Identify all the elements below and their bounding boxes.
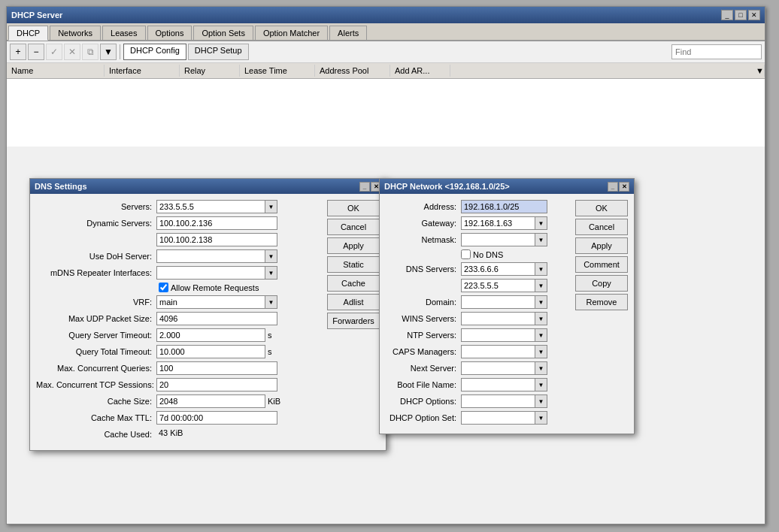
search-input[interactable] <box>671 44 762 59</box>
dynamic-servers-label: Dynamic Servers: <box>36 219 156 228</box>
dns-servers-input2[interactable] <box>461 279 535 292</box>
next-server-input[interactable] <box>461 361 535 375</box>
address-input[interactable] <box>461 200 547 213</box>
cache-used-value: 43 KiB <box>156 428 277 441</box>
cache-max-ttl-input[interactable] <box>156 411 277 425</box>
tab-alerts[interactable]: Alerts <box>329 26 367 40</box>
max-queries-input[interactable] <box>156 361 277 375</box>
ntp-servers-label: NTP Servers: <box>386 331 461 340</box>
max-udp-input[interactable] <box>156 312 277 325</box>
allow-remote-checkbox[interactable] <box>159 283 168 292</box>
dynamic-servers-input2[interactable] <box>156 233 277 246</box>
boot-file-input[interactable] <box>461 378 535 391</box>
remove-button[interactable]: − <box>28 44 44 60</box>
tab-leases[interactable]: Leases <box>102 26 145 40</box>
tab-option-matcher[interactable]: Option Matcher <box>255 26 328 40</box>
vrf-input[interactable] <box>156 295 265 309</box>
dns-servers-dropdown1[interactable]: ▼ <box>535 262 547 276</box>
query-server-timeout-input[interactable] <box>156 328 265 342</box>
wins-servers-row: WINS Servers: ▼ <box>386 312 566 325</box>
address-row: Address: <box>386 200 566 213</box>
mdns-dropdown-btn[interactable]: ▼ <box>265 266 277 280</box>
dns-ok-button[interactable]: OK <box>327 200 380 216</box>
ntp-input[interactable] <box>461 328 535 342</box>
dhcp-close-btn[interactable]: ✕ <box>619 182 629 192</box>
wins-input[interactable] <box>461 312 535 325</box>
cross-button[interactable]: ✕ <box>64 44 80 60</box>
toolbar: + − ✓ ✕ ⧉ ▼ DHCP Config DHCP Setup <box>7 41 765 63</box>
dhcp-comment-button[interactable]: Comment <box>575 256 628 273</box>
tab-networks[interactable]: Networks <box>50 26 101 40</box>
doh-input[interactable] <box>156 249 265 263</box>
maximize-btn[interactable]: □ <box>735 10 747 20</box>
mdns-label: mDNS Repeater Interfaces: <box>36 268 156 277</box>
tab-options[interactable]: Options <box>147 26 192 40</box>
ntp-dropdown-btn[interactable]: ▼ <box>535 328 547 342</box>
close-btn[interactable]: ✕ <box>748 10 760 20</box>
dns-servers-dropdown2[interactable]: ▼ <box>535 279 547 292</box>
dhcp-copy-button[interactable]: Copy <box>575 275 628 292</box>
cache-size-label: Cache Size: <box>36 397 156 406</box>
dns-servers-input1[interactable] <box>461 262 535 276</box>
dhcp-options-row: DHCP Options: ▼ <box>386 394 566 408</box>
domain-input-container: ▼ <box>461 295 547 309</box>
dns-forwarders-button[interactable]: Forwarders <box>327 313 380 329</box>
dhcp-option-set-dropdown-btn[interactable]: ▼ <box>535 411 547 425</box>
dynamic-servers-input1[interactable] <box>156 216 277 230</box>
gateway-label: Gateway: <box>386 219 461 228</box>
dhcp-minimize-btn[interactable]: _ <box>608 182 618 192</box>
dhcp-ok-button[interactable]: OK <box>575 200 628 216</box>
tab-dhcp[interactable]: DHCP <box>8 26 48 41</box>
caps-dropdown-btn[interactable]: ▼ <box>535 345 547 358</box>
vrf-dropdown-btn[interactable]: ▼ <box>265 295 277 309</box>
next-server-input-container: ▼ <box>461 361 547 375</box>
caps-input[interactable] <box>461 345 535 358</box>
check-button[interactable]: ✓ <box>46 44 62 60</box>
dhcp-cancel-button[interactable]: Cancel <box>575 219 628 235</box>
netmask-dropdown-btn[interactable]: ▼ <box>535 233 547 246</box>
dhcp-apply-button[interactable]: Apply <box>575 237 628 254</box>
doh-dropdown-btn[interactable]: ▼ <box>265 249 277 263</box>
dns-servers-row2: ▼ <box>386 279 566 292</box>
caps-input-container: ▼ <box>461 345 547 358</box>
next-server-dropdown-btn[interactable]: ▼ <box>535 361 547 375</box>
dhcp-remove-button[interactable]: Remove <box>575 294 628 310</box>
netmask-input[interactable] <box>461 233 535 246</box>
dhcp-config-button[interactable]: DHCP Config <box>123 44 186 60</box>
tab-option-sets[interactable]: Option Sets <box>193 26 253 40</box>
wins-dropdown-btn[interactable]: ▼ <box>535 312 547 325</box>
query-server-timeout-label: Query Server Timeout: <box>36 331 156 340</box>
max-tcp-input[interactable] <box>156 378 277 391</box>
dns-cancel-button[interactable]: Cancel <box>327 219 380 235</box>
col-interface: Interface <box>105 65 180 77</box>
domain-row: Domain: ▼ <box>386 295 566 309</box>
cache-size-input[interactable] <box>156 394 265 408</box>
dns-minimize-btn[interactable]: _ <box>359 182 370 192</box>
dns-static-button[interactable]: Static <box>327 256 380 273</box>
query-total-timeout-unit: s <box>268 347 272 356</box>
gateway-dropdown-btn[interactable]: ▼ <box>535 216 547 230</box>
copy-button[interactable]: ⧉ <box>82 44 99 60</box>
filter-button[interactable]: ▼ <box>100 44 117 60</box>
minimize-btn[interactable]: _ <box>721 10 733 20</box>
servers-label: Servers: <box>36 202 156 211</box>
dns-apply-button[interactable]: Apply <box>327 237 380 254</box>
query-total-timeout-input[interactable] <box>156 345 265 358</box>
dns-adlist-button[interactable]: Adlist <box>327 294 380 310</box>
domain-dropdown-btn[interactable]: ▼ <box>535 295 547 309</box>
domain-input[interactable] <box>461 295 535 309</box>
no-dns-checkbox[interactable] <box>461 249 471 259</box>
mdns-input[interactable] <box>156 266 265 280</box>
dns-cache-button[interactable]: Cache <box>327 275 380 292</box>
servers-input[interactable] <box>156 200 265 213</box>
dhcp-setup-button[interactable]: DHCP Setup <box>188 44 249 60</box>
dhcp-options-input[interactable] <box>461 394 535 408</box>
servers-dropdown-btn[interactable]: ▼ <box>265 200 277 213</box>
dhcp-options-dropdown-btn[interactable]: ▼ <box>535 394 547 408</box>
dhcp-network-dialog: DHCP Network <192.168.1.0/25> _ ✕ OK Can… <box>379 178 635 434</box>
add-button[interactable]: + <box>10 44 26 60</box>
dhcp-option-set-input[interactable] <box>461 411 535 425</box>
address-label: Address: <box>386 202 461 211</box>
boot-file-dropdown-btn[interactable]: ▼ <box>535 378 547 391</box>
gateway-input[interactable] <box>461 216 535 230</box>
